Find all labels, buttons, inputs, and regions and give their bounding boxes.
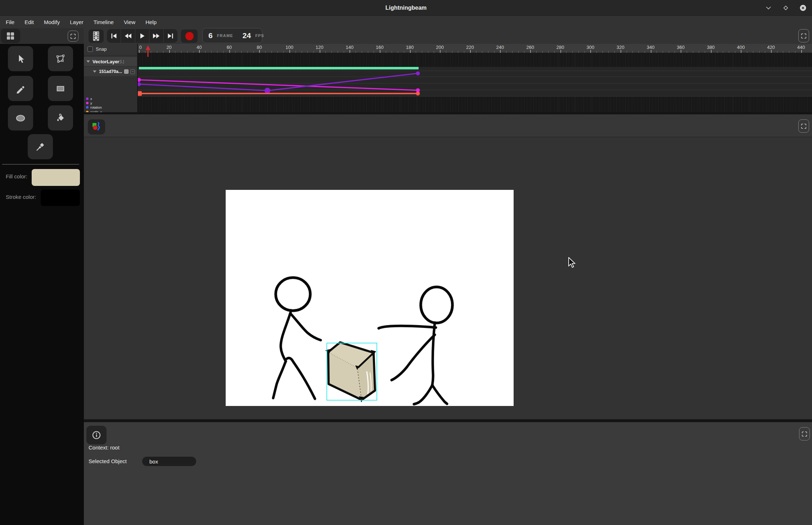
sidebar-expand-button[interactable]: [68, 31, 78, 42]
property-row-y[interactable]: y: [84, 101, 137, 105]
rectangle-icon: [55, 83, 66, 93]
expand-icon: [70, 33, 76, 40]
minimize-button[interactable]: [764, 4, 772, 12]
property-color-dot: [86, 97, 89, 100]
property-row-rotation[interactable]: rotation: [84, 105, 137, 110]
snap-row: Snap: [84, 44, 137, 55]
menu-item-modify[interactable]: Modify: [40, 18, 63, 27]
canvas-area[interactable]: [84, 138, 812, 419]
stage[interactable]: [226, 190, 514, 406]
diamond-icon: [782, 5, 789, 11]
playhead[interactable]: [146, 45, 150, 57]
window-title: Lightningbeam: [385, 5, 427, 11]
layer-row-vectorlayer[interactable]: VectorLayer [L]: [84, 57, 137, 66]
property-row-x[interactable]: x: [84, 96, 137, 101]
canvas-panel: [84, 114, 812, 419]
frames-area[interactable]: 0204060801001201401601802002202402602803…: [137, 44, 812, 112]
property-name: rotation: [90, 105, 102, 109]
canvas-mode-button[interactable]: [88, 119, 105, 134]
sublayer-expander-icon[interactable]: [93, 70, 96, 73]
fill-color-label: Fill color:: [6, 173, 27, 179]
property-list: xyrotationscale_xscale_yframeNumber: [84, 96, 137, 112]
selected-object-label: Selected Object: [89, 458, 127, 464]
rectangle-tool[interactable]: [48, 76, 73, 101]
timeline-panel: 6 FRAME 24 FPS Snap VectorLayer [L] 151a…: [84, 28, 812, 112]
expand-icon: [800, 123, 807, 129]
film-strip-icon: [92, 31, 100, 41]
fill-color-swatch[interactable]: [32, 169, 80, 186]
playback-controls: [107, 29, 177, 43]
property-row-scale_x[interactable]: scale_x: [84, 110, 137, 112]
stroke-color-swatch[interactable]: [41, 190, 80, 206]
animation-curves[interactable]: [138, 44, 812, 112]
rewind-button[interactable]: [121, 29, 135, 43]
stage-drawing: [226, 190, 514, 406]
frame-label: FRAME: [217, 33, 233, 38]
pencil-tool[interactable]: [8, 76, 33, 101]
close-icon: [799, 4, 807, 12]
vector-scene-icon: [92, 122, 101, 132]
frame-value: 6: [208, 31, 213, 40]
ellipse-icon: [15, 113, 26, 123]
curve-band: [138, 67, 812, 96]
film-button[interactable]: [89, 29, 104, 43]
timeline-toolbar: 6 FRAME 24 FPS: [84, 28, 812, 44]
play-icon: [139, 32, 146, 40]
select-tool[interactable]: [8, 46, 33, 71]
transform-tool[interactable]: [48, 46, 73, 71]
panel-grid-button[interactable]: [1, 29, 20, 43]
skip-to-end-button[interactable]: [164, 29, 177, 43]
stick-figure-left[interactable]: [273, 278, 321, 399]
eyedropper-tool[interactable]: [28, 134, 53, 159]
paint-bucket-tool[interactable]: [48, 105, 73, 131]
menu-item-edit[interactable]: Edit: [21, 18, 37, 27]
menu-item-help[interactable]: Help: [142, 18, 160, 27]
sublayer-tween-toggle[interactable]: ~: [130, 69, 135, 74]
timeline-expand-button[interactable]: [798, 29, 809, 42]
paint-bucket-icon: [55, 113, 66, 123]
window-controls: [764, 0, 807, 16]
layer-row-sublayer[interactable]: 151ad70a... ~: [84, 67, 137, 76]
pencil-icon: [15, 83, 26, 93]
sublayer-name: 151ad70a...: [99, 69, 122, 74]
snap-checkbox[interactable]: [87, 46, 93, 52]
info-button[interactable]: [86, 426, 107, 444]
canvas-expand-button[interactable]: [798, 119, 809, 133]
layer-suffix: [L]: [119, 59, 124, 64]
property-name: scale_x: [90, 110, 102, 112]
menu-item-timeline[interactable]: Timeline: [90, 18, 117, 27]
sublayer-visibility-toggle[interactable]: [124, 69, 128, 74]
ellipse-tool[interactable]: [8, 105, 33, 131]
restore-button[interactable]: [782, 4, 790, 12]
expand-icon: [800, 33, 807, 39]
play-button[interactable]: [135, 29, 149, 43]
layer-extent-bar[interactable]: [139, 67, 419, 69]
inspector-panel: Context: root Selected Object box: [84, 422, 812, 525]
stick-figure-right[interactable]: [379, 287, 452, 404]
eyedropper-icon: [35, 142, 45, 152]
sidebar-divider: [2, 164, 79, 165]
tool-sidebar: Fill color: Stroke color:: [0, 28, 84, 525]
menu-item-file[interactable]: File: [2, 18, 18, 27]
sidebar-header: [0, 28, 84, 44]
fps-value: 24: [243, 31, 251, 40]
property-name: y: [90, 101, 92, 105]
box-object[interactable]: [325, 342, 376, 402]
inspector-expand-button[interactable]: [799, 427, 810, 440]
title-bar: Lightningbeam: [0, 0, 812, 16]
mouse-cursor: [568, 257, 577, 270]
layer-expander-icon[interactable]: [86, 60, 90, 63]
skip-to-start-button[interactable]: [107, 29, 121, 43]
layer-column: Snap VectorLayer [L] 151ad70a... ~ xyrot…: [84, 44, 137, 112]
record-button[interactable]: [181, 29, 198, 43]
layer-name: VectorLayer: [93, 59, 119, 64]
property-color-dot: [86, 111, 89, 112]
property-name: x: [90, 97, 92, 101]
fps-label: FPS: [255, 33, 264, 38]
skip-to-start-icon: [110, 32, 117, 40]
selected-object-field[interactable]: box: [142, 457, 196, 466]
close-button[interactable]: [799, 4, 807, 12]
fast-forward-button[interactable]: [149, 29, 163, 43]
menu-item-view[interactable]: View: [120, 18, 139, 27]
menu-item-layer[interactable]: Layer: [66, 18, 87, 27]
